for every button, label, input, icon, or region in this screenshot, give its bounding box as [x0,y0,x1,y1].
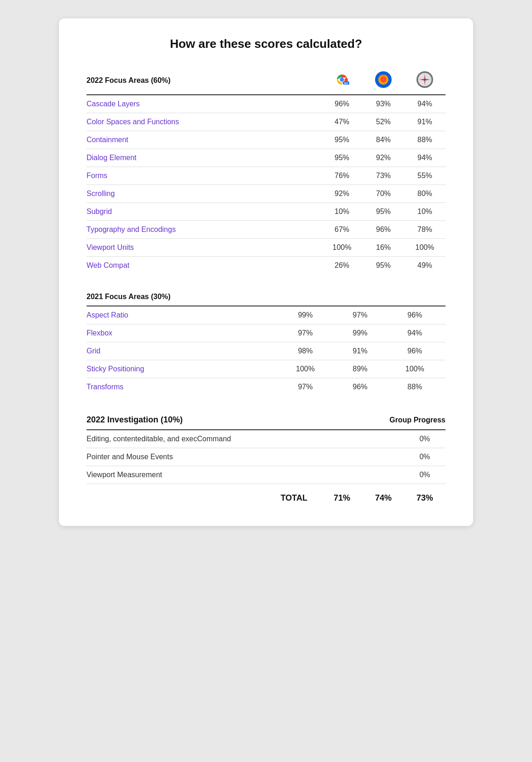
row-label[interactable]: Sticky Positioning [87,360,275,378]
score-col-0: 95% [321,131,363,149]
main-card: How are these scores calculated? 2022 Fo… [59,18,473,526]
table-row: Pointer and Mouse Events 0% [87,448,445,466]
total-label: TOTAL [281,493,307,503]
total-score-2: 73% [404,493,445,503]
table-row: Viewport Measurement 0% [87,466,445,484]
focus2022-table: 2022 Focus Areas (60%) DEV [87,68,445,274]
inv-score-col: 0% [404,448,445,466]
table-row: Grid 98% 91% 96% [87,342,445,360]
score-col-0: 99% [275,306,336,324]
investigation-header: 2022 Investigation (10%) Group Progress [87,410,445,429]
score-col-0: 95% [321,149,363,167]
row-label[interactable]: Dialog Element [87,149,321,167]
score-col-2: 94% [404,95,445,113]
safari-icon [416,71,433,88]
table-row: Cascade Layers 96% 93% 94% [87,95,445,113]
svg-text:DEV: DEV [344,82,348,85]
row-label[interactable]: Cascade Layers [87,95,321,113]
score-col-1: 16% [363,239,404,257]
score-col-1: 91% [336,342,384,360]
svg-point-14 [424,79,426,81]
inv-row-label: Viewport Measurement [87,466,404,484]
investigation-label: 2022 Investigation (10%) [87,415,183,425]
inv-row-label: Editing, contenteditable, and execComman… [87,430,404,448]
score-col-0: 96% [321,95,363,113]
focus2022-section-label: 2022 Focus Areas (60%) [87,68,321,95]
gap2 [87,396,445,410]
score-col-1: 93% [363,95,404,113]
score-col-2: 88% [384,378,445,396]
score-col-0: 10% [321,203,363,221]
score-col-2: 96% [384,306,445,324]
table-row: Aspect Ratio 99% 97% 96% [87,306,445,324]
table-row: Sticky Positioning 100% 89% 100% [87,360,445,378]
score-col-2: 49% [404,257,445,275]
score-col-1: 97% [336,306,384,324]
score-col-0: 26% [321,257,363,275]
table-row: Subgrid 10% 95% 10% [87,203,445,221]
group-progress-label: Group Progress [389,416,445,424]
score-col-1: 73% [363,167,404,185]
table-row: Flexbox 97% 99% 94% [87,324,445,342]
row-label[interactable]: Subgrid [87,203,321,221]
table-row: Color Spaces and Functions 47% 52% 91% [87,113,445,131]
score-col-1: 84% [363,131,404,149]
table-row: Containment 95% 84% 88% [87,131,445,149]
score-col-1: 70% [363,185,404,203]
score-col-2: 100% [404,239,445,257]
firefox-icon [375,71,392,88]
row-label[interactable]: Transforms [87,378,275,396]
table-row: Editing, contenteditable, and execComman… [87,430,445,448]
focus2021-section-label: 2021 Focus Areas (30%) [87,293,171,300]
score-col-1: 99% [336,324,384,342]
table-row: Dialog Element 95% 92% 94% [87,149,445,167]
score-col-1: 92% [363,149,404,167]
score-col-1: 89% [336,360,384,378]
score-col-2: 80% [404,185,445,203]
total-row: TOTAL 71% 74% 73% [87,484,445,503]
score-col-0: 97% [275,378,336,396]
row-label[interactable]: Color Spaces and Functions [87,113,321,131]
score-col-2: 100% [384,360,445,378]
row-label[interactable]: Grid [87,342,275,360]
inv-score-col: 0% [404,430,445,448]
score-col-2: 10% [404,203,445,221]
svg-point-6 [382,78,385,81]
score-col-1: 96% [363,221,404,239]
chrome-header: DEV [321,68,363,95]
table-row: Typography and Encodings 67% 96% 78% [87,221,445,239]
row-label[interactable]: Forms [87,167,321,185]
score-col-1: 96% [336,378,384,396]
score-col-0: 100% [275,360,336,378]
row-label[interactable]: Aspect Ratio [87,306,275,324]
row-label[interactable]: Typography and Encodings [87,221,321,239]
row-label[interactable]: Containment [87,131,321,149]
gap1 [87,274,445,289]
row-label[interactable]: Flexbox [87,324,275,342]
table-row: Web Compat 26% 95% 49% [87,257,445,275]
score-col-0: 98% [275,342,336,360]
table-row: Forms 76% 73% 55% [87,167,445,185]
row-label[interactable]: Scrolling [87,185,321,203]
score-col-2: 91% [404,113,445,131]
score-col-2: 94% [404,149,445,167]
focus2021-table: 2021 Focus Areas (30%) Aspect Ratio 99% … [87,289,445,396]
score-col-0: 47% [321,113,363,131]
score-col-2: 55% [404,167,445,185]
score-col-1: 95% [363,257,404,275]
total-score-1: 74% [363,493,404,503]
safari-header [404,68,445,95]
table-row: Transforms 97% 96% 88% [87,378,445,396]
score-col-2: 94% [384,324,445,342]
table-row: Scrolling 92% 70% 80% [87,185,445,203]
score-col-1: 52% [363,113,404,131]
investigation-table: Editing, contenteditable, and execComman… [87,430,445,484]
inv-score-col: 0% [404,466,445,484]
chrome-icon: DEV [334,71,350,88]
score-col-0: 76% [321,167,363,185]
row-label[interactable]: Viewport Units [87,239,321,257]
score-col-0: 67% [321,221,363,239]
table-row: Viewport Units 100% 16% 100% [87,239,445,257]
total-score-0: 71% [321,493,363,503]
row-label[interactable]: Web Compat [87,257,321,275]
